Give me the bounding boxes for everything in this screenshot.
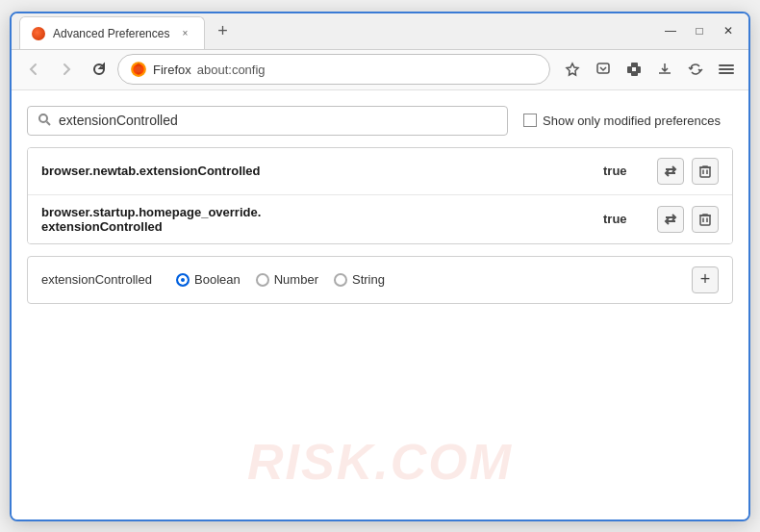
radio-string[interactable]: String — [334, 272, 385, 287]
delete-button-1[interactable] — [692, 158, 719, 185]
pref-name-1: browser.newtab.extensionControlled — [41, 164, 603, 178]
svg-marker-3 — [567, 63, 578, 75]
nav-bar: Firefox about:config — [12, 50, 748, 90]
svg-rect-10 — [719, 68, 734, 70]
bookmark-icon — [565, 62, 580, 77]
show-modified-text: Show only modified preferences — [543, 114, 721, 128]
svg-rect-11 — [719, 72, 734, 74]
type-radio-group: Boolean Number String — [176, 272, 385, 287]
tab-title: Advanced Preferences — [53, 27, 169, 40]
row-actions-2 — [657, 206, 719, 233]
radio-boolean-circle — [176, 273, 190, 287]
url-display: about:config — [197, 63, 266, 77]
window-controls: — □ ✕ — [658, 21, 741, 40]
svg-line-13 — [47, 121, 51, 125]
content-area: RISK.COM Show only modified preferences … — [12, 90, 748, 519]
pocket-button[interactable] — [589, 55, 618, 84]
table-row: browser.newtab.extensionControlled true — [28, 148, 732, 195]
radio-string-circle — [334, 273, 347, 287]
download-button[interactable] — [650, 55, 679, 84]
show-modified-label[interactable]: Show only modified preferences — [523, 114, 721, 128]
search-icon — [38, 113, 51, 129]
results-table: browser.newtab.extensionControlled true … — [27, 147, 733, 244]
radio-boolean-label: Boolean — [194, 272, 241, 287]
forward-button[interactable] — [52, 55, 81, 84]
radio-string-label: String — [352, 272, 385, 287]
reload-button[interactable] — [85, 55, 114, 84]
browser-window: Advanced Preferences × + — □ ✕ — [10, 12, 750, 521]
row-actions-1 — [657, 158, 719, 185]
firefox-logo-icon — [130, 61, 147, 78]
title-bar: Advanced Preferences × + — □ ✕ — [12, 13, 748, 50]
trash-icon — [699, 213, 711, 226]
pref-value-1: true — [603, 164, 642, 178]
arrows-swap-icon — [664, 165, 677, 178]
toggle-button-1[interactable] — [657, 158, 684, 185]
radio-boolean[interactable]: Boolean — [176, 272, 241, 287]
extension-button[interactable] — [620, 55, 648, 84]
bookmark-button[interactable] — [558, 55, 587, 84]
add-preference-row: extensionControlled Boolean Number Strin… — [27, 256, 733, 304]
svg-rect-8 — [631, 71, 638, 76]
back-button[interactable] — [19, 55, 48, 84]
radio-number[interactable]: Number — [256, 272, 318, 287]
svg-rect-14 — [700, 167, 710, 177]
table-row: browser.startup.homepage_override. exten… — [28, 195, 732, 243]
forward-icon — [59, 62, 74, 77]
browser-tab[interactable]: Advanced Preferences × — [19, 16, 205, 49]
watermark: RISK.COM — [247, 433, 513, 491]
pref-value-2: true — [603, 212, 642, 226]
show-modified-checkbox[interactable] — [523, 114, 537, 127]
new-tab-button[interactable]: + — [209, 17, 236, 44]
add-preference-button[interactable]: + — [692, 266, 719, 293]
close-button[interactable]: ✕ — [716, 21, 741, 40]
address-bar[interactable]: Firefox about:config — [117, 54, 550, 85]
back-icon — [26, 62, 41, 77]
pref-name-2: browser.startup.homepage_override. exten… — [41, 205, 603, 234]
reload-icon — [91, 62, 107, 77]
radio-number-circle — [256, 273, 269, 287]
arrows-swap-icon — [664, 213, 677, 226]
hamburger-icon — [719, 62, 734, 77]
search-input[interactable] — [59, 113, 497, 128]
tab-favicon — [32, 27, 45, 40]
nav-icons — [558, 55, 741, 84]
toggle-button-2[interactable] — [657, 206, 684, 233]
sync-icon — [688, 62, 703, 77]
new-pref-name: extensionControlled — [41, 272, 157, 287]
sync-button[interactable] — [681, 55, 710, 84]
tab-area: Advanced Preferences × + — [19, 14, 650, 47]
tab-close-button[interactable]: × — [177, 26, 192, 41]
minimize-button[interactable]: — — [658, 21, 683, 40]
svg-rect-4 — [597, 63, 609, 73]
menu-button[interactable] — [712, 55, 741, 84]
search-container: Show only modified preferences — [27, 106, 733, 136]
radio-number-label: Number — [274, 272, 318, 287]
pocket-icon — [595, 62, 611, 77]
extension-icon — [626, 62, 642, 77]
svg-rect-18 — [700, 215, 710, 225]
browser-name-label: Firefox — [153, 63, 191, 77]
svg-point-12 — [39, 114, 47, 122]
delete-button-2[interactable] — [692, 206, 719, 233]
maximize-button[interactable]: □ — [687, 21, 712, 40]
trash-icon — [699, 165, 711, 178]
svg-rect-9 — [719, 64, 734, 66]
search-box — [27, 106, 508, 136]
download-icon — [657, 62, 672, 77]
